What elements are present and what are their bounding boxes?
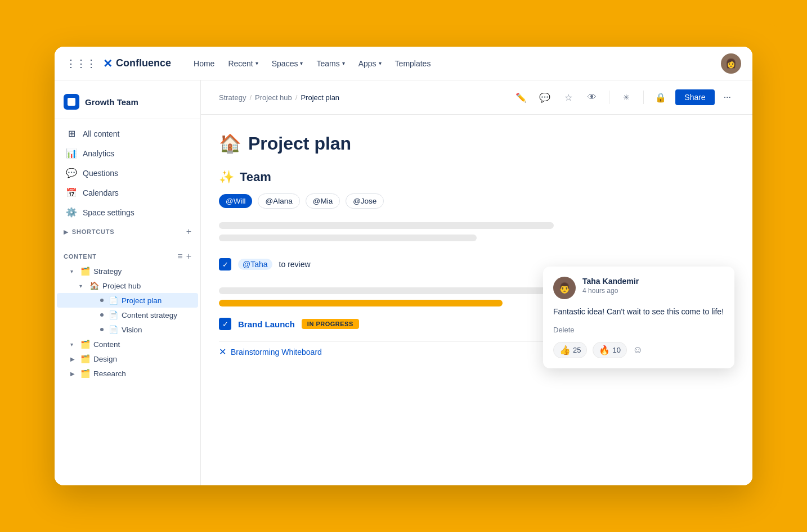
research-chevron-icon: ▶ [70, 371, 77, 377]
content-area: Strategy / Project hub / Project plan ✏️… [201, 80, 752, 485]
logo-x-icon: ✕ [103, 57, 113, 70]
mention-jose[interactable]: @Jose [346, 193, 384, 209]
mention-mia[interactable]: @Mia [306, 193, 340, 209]
mention-alana[interactable]: @Alana [258, 193, 299, 209]
nav-apps-label: Apps [358, 59, 376, 68]
tree-design[interactable]: ▶ 🗂️ Design [57, 351, 198, 366]
avatar[interactable]: 👩 [721, 53, 741, 74]
tree-project-hub-label: Project hub [102, 282, 141, 290]
nav-links: Home Recent ▾ Spaces ▾ Teams ▾ Apps ▾ [188, 56, 721, 71]
tree-strategy[interactable]: ▾ 🗂️ Strategy [57, 264, 198, 278]
sidebar-settings[interactable]: ⚙️ Space settings [57, 202, 198, 222]
comment-delete[interactable]: Delete [553, 326, 724, 334]
lock-icon[interactable]: 🔒 [652, 88, 670, 106]
nav-home-label: Home [194, 59, 214, 68]
whiteboard-icon: ✕ [219, 346, 226, 357]
content-filter-icon[interactable]: ≡ [177, 251, 182, 262]
more-actions-icon[interactable]: ··· [720, 90, 734, 105]
comment-reactions: 👍 25 🔥 10 ☺ [553, 342, 724, 358]
comment-icon[interactable]: 💬 [536, 88, 554, 106]
team-heading: Team [240, 170, 271, 184]
logo[interactable]: ✕ Confluence [103, 57, 171, 70]
shortcuts-left[interactable]: ▶ SHORTCUTS [64, 228, 114, 235]
comment-author-info: Taha Kandemir 4 hours ago [582, 277, 639, 295]
content-section-title: CONTENT [64, 253, 97, 260]
shortcuts-add-icon[interactable]: + [186, 227, 191, 237]
in-progress-badge: IN PROGRESS [302, 319, 359, 329]
nav-spaces-label: Spaces [272, 59, 298, 68]
sidebar-analytics[interactable]: 📊 Analytics [57, 143, 198, 163]
design-icon: 🗂️ [80, 354, 90, 363]
task-text: to review [279, 260, 311, 269]
fire-emoji: 🔥 [599, 345, 610, 355]
brand-launch-checkbox[interactable]: ✓ [219, 318, 231, 330]
grid-icon[interactable]: ⋮⋮⋮ [66, 57, 96, 70]
shortcuts-label: SHORTCUTS [72, 228, 115, 235]
share-button[interactable]: Share [675, 89, 714, 105]
shortcuts-header: ▶ SHORTCUTS + [55, 222, 200, 241]
project-plan-bullet [100, 299, 104, 302]
content-section-header: CONTENT ≡ + [55, 246, 200, 264]
breadcrumb-sep-2: / [295, 93, 298, 102]
space-header[interactable]: Growth Team [55, 89, 200, 119]
reaction-add-icon[interactable]: ☺ [633, 344, 643, 356]
comment-header: 👨 Taha Kandemir 4 hours ago [553, 277, 724, 299]
content-strategy-icon: 📄 [109, 310, 118, 319]
team-emoji: ✨ [219, 170, 234, 184]
space-icon-inner [68, 98, 75, 106]
placeholder-line-2 [219, 235, 477, 241]
page-actions: ✏️ 💬 ☆ 👁 ✳ 🔒 Share ··· [512, 88, 734, 106]
strategy-icon: 🗂️ [80, 267, 90, 276]
avatar-image: 👩 [721, 53, 741, 74]
tree-project-plan[interactable]: 📄 Project plan [57, 293, 198, 308]
project-plan-icon: 📄 [109, 296, 118, 305]
whiteboard-label: Brainstorming Whiteboard [231, 348, 322, 357]
tree-project-hub[interactable]: ▾ 🏠 Project hub [57, 278, 198, 293]
placeholder-line-highlight [219, 300, 503, 306]
tree-research[interactable]: ▶ 🗂️ Research [57, 366, 198, 381]
page-title-emoji: 🏠 [219, 133, 241, 154]
breadcrumb-strategy[interactable]: Strategy [219, 93, 246, 102]
edit-icon[interactable]: ✏️ [512, 88, 530, 106]
vision-icon: 📄 [109, 325, 118, 334]
task-checkbox[interactable]: ✓ [219, 258, 231, 270]
thumbsup-count: 25 [573, 346, 581, 354]
content-section-actions: ≡ + [177, 251, 191, 262]
calendars-icon: 📅 [66, 187, 77, 198]
tree-vision-label: Vision [122, 326, 142, 334]
tree-content[interactable]: ▾ 🗂️ Content [57, 337, 198, 351]
tree-content-strategy[interactable]: 📄 Content strategy [57, 308, 198, 322]
nav-spaces[interactable]: Spaces ▾ [266, 56, 309, 71]
placeholder-lines-1 [219, 222, 734, 241]
design-chevron-icon: ▶ [70, 356, 77, 362]
breadcrumb-project-hub[interactable]: Project hub [255, 93, 292, 102]
reaction-thumbsup[interactable]: 👍 25 [553, 342, 587, 358]
page-title: Project plan [248, 133, 351, 154]
nav-templates-label: Templates [395, 59, 431, 68]
nav-teams[interactable]: Teams ▾ [311, 56, 350, 71]
team-section-heading-row: ✨ Team [219, 170, 734, 184]
mention-will[interactable]: @Will [219, 194, 252, 208]
sidebar-calendars[interactable]: 📅 Calendars [57, 183, 198, 202]
settings-icon: ⚙️ [66, 207, 77, 218]
nav-recent-label: Recent [228, 59, 253, 68]
nav-apps[interactable]: Apps ▾ [353, 56, 387, 71]
main-layout: Growth Team ⊞ All content 📊 Analytics 💬 … [55, 80, 752, 485]
placeholder-line-1 [219, 222, 554, 229]
sidebar-questions[interactable]: 💬 Questions [57, 163, 198, 183]
nav-templates[interactable]: Templates [389, 56, 437, 71]
tree-vision[interactable]: 📄 Vision [57, 322, 198, 337]
placeholder-line-3 [219, 287, 554, 294]
watch-icon[interactable]: 👁 [583, 88, 601, 106]
content-add-icon[interactable]: + [186, 251, 191, 262]
nav-home[interactable]: Home [188, 56, 220, 71]
reaction-fire[interactable]: 🔥 10 [593, 342, 626, 358]
task-mention[interactable]: @Taha [238, 259, 272, 270]
star-icon[interactable]: ☆ [559, 88, 577, 106]
fire-count: 10 [612, 346, 620, 354]
nav-recent[interactable]: Recent ▾ [222, 56, 263, 71]
thumbsup-emoji: 👍 [559, 345, 571, 355]
action-divider-2 [643, 91, 644, 104]
sidebar-all-content[interactable]: ⊞ All content [57, 124, 198, 143]
ai-icon[interactable]: ✳ [617, 88, 635, 106]
